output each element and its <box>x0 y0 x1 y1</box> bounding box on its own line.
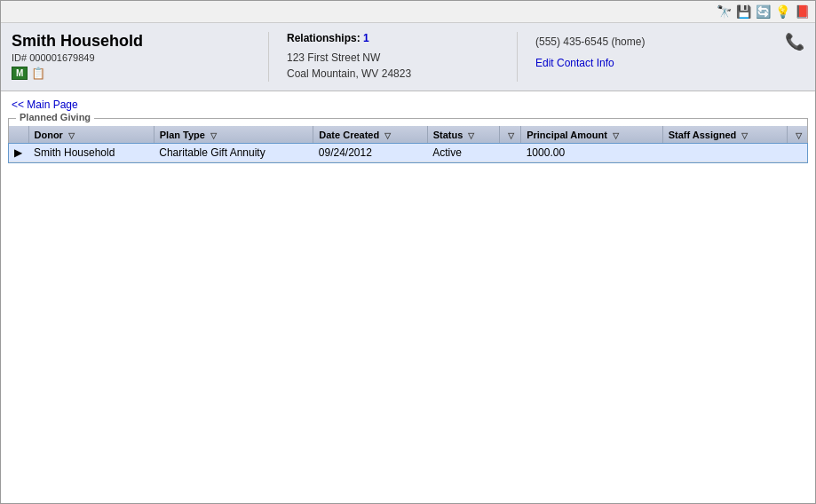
plan-type-filter-icon[interactable]: ▽ <box>210 131 217 140</box>
last-filter-icon[interactable]: ▽ <box>796 131 802 140</box>
th-expander <box>9 126 28 144</box>
edit-contact-row: Edit Contact Info <box>535 57 804 69</box>
header-card: Smith Household ID# 000001679849 M 📋 Rel… <box>1 23 815 91</box>
th-plan-type[interactable]: Plan Type ▽ <box>154 126 313 144</box>
cell-extra <box>500 144 521 162</box>
main-page-section: << Main Page <box>1 91 815 114</box>
header-middle: Relationships: 1 123 First Street NW Coa… <box>269 32 518 82</box>
binoculars-icon[interactable]: 🔭 <box>716 4 732 20</box>
main-page-link[interactable]: << Main Page <box>12 98 78 111</box>
table-body: ▶ Smith Household Charitable Gift Annuit… <box>9 144 807 162</box>
header-left: Smith Household ID# 000001679849 M 📋 <box>12 32 269 82</box>
bookmark-icon[interactable]: 📕 <box>794 4 810 20</box>
cell-donor: Smith Household <box>28 144 154 162</box>
address-line2: Coal Mountain, WV 24823 <box>287 67 411 80</box>
th-principal-amount[interactable]: Principal Amount ▽ <box>521 126 662 144</box>
cell-principal-amount: 1000.00 <box>521 144 662 162</box>
planned-giving-section: Planned Giving Donor ▽ Plan Type ▽ Date … <box>8 118 808 163</box>
donor-filter-icon[interactable]: ▽ <box>68 131 75 140</box>
date-filter-icon[interactable]: ▽ <box>384 131 391 140</box>
status-filter-icon[interactable]: ▽ <box>468 131 474 140</box>
cell-status: Active <box>427 144 500 162</box>
section-title: Planned Giving <box>16 112 94 122</box>
principal-filter-icon[interactable]: ▽ <box>613 131 619 140</box>
th-extra-filter[interactable]: ▽ <box>500 126 521 144</box>
extra-filter-icon[interactable]: ▽ <box>508 131 514 140</box>
lightbulb-icon[interactable]: 💡 <box>774 4 790 20</box>
th-staff-assigned[interactable]: Staff Assigned ▽ <box>662 126 787 144</box>
cell-staff-assigned <box>662 144 787 162</box>
address: 123 First Street NW Coal Mountain, WV 24… <box>287 50 499 82</box>
th-date-created[interactable]: Date Created ▽ <box>313 126 427 144</box>
badge-m: M <box>12 67 28 80</box>
phone-icon: 📞 <box>785 32 804 51</box>
relationships-label: Relationships: 1 <box>287 32 499 44</box>
toolbar: 🔭 💾 🔄 💡 📕 <box>1 1 815 23</box>
relationships-link[interactable]: 1 <box>363 32 369 44</box>
cell-last <box>788 144 808 162</box>
phone-number: (555) 435-6545 (home) <box>535 35 645 48</box>
planned-giving-table: Donor ▽ Plan Type ▽ Date Created ▽ Statu… <box>9 126 807 162</box>
table-header: Donor ▽ Plan Type ▽ Date Created ▽ Statu… <box>9 126 807 144</box>
household-id: ID# 000001679849 <box>12 52 250 63</box>
phone-row: (555) 435-6545 (home) 📞 <box>535 32 804 51</box>
table-row[interactable]: ▶ Smith Household Charitable Gift Annuit… <box>9 144 807 162</box>
address-line1: 123 First Street NW <box>287 51 380 64</box>
header-badges: M 📋 <box>12 67 250 80</box>
th-status[interactable]: Status ▽ <box>427 126 500 144</box>
refresh-icon[interactable]: 🔄 <box>755 4 771 20</box>
copy-icon[interactable]: 📋 <box>31 67 45 80</box>
household-name: Smith Household <box>12 32 250 51</box>
cell-plan-type: Charitable Gift Annuity <box>154 144 313 162</box>
row-expander[interactable]: ▶ <box>9 144 28 162</box>
th-donor[interactable]: Donor ▽ <box>28 126 154 144</box>
header-right: (555) 435-6545 (home) 📞 Edit Contact Inf… <box>518 32 804 82</box>
save-icon[interactable]: 💾 <box>735 4 751 20</box>
th-last-filter[interactable]: ▽ <box>788 126 808 144</box>
staff-filter-icon[interactable]: ▽ <box>741 131 748 140</box>
cell-date-created: 09/24/2012 <box>313 144 427 162</box>
edit-contact-link[interactable]: Edit Contact Info <box>535 57 614 69</box>
